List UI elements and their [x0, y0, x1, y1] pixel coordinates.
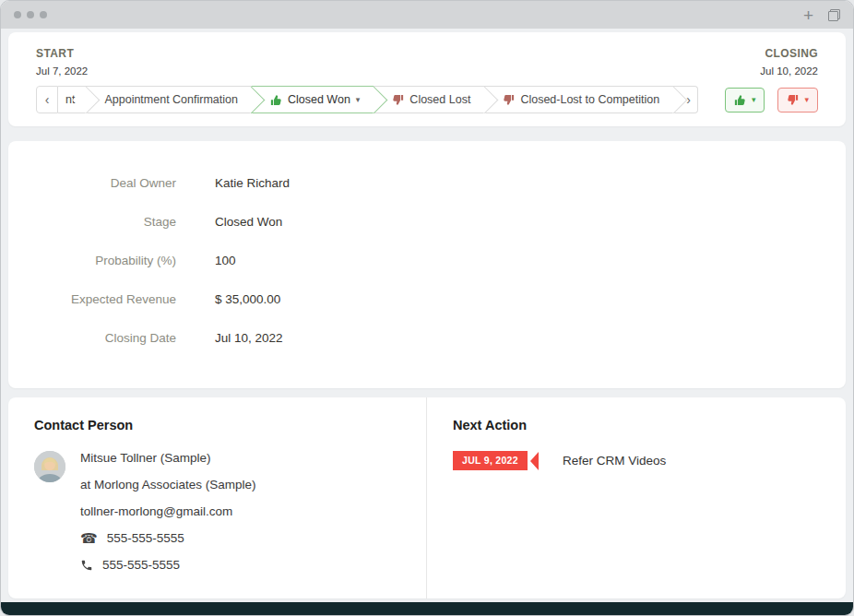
field-row-probability: Probability (%) 100: [36, 254, 818, 268]
window-dot-icon: [27, 11, 34, 18]
stage-item-closed-won[interactable]: Closed Won ▾: [252, 86, 374, 113]
field-label: Closing Date: [36, 331, 176, 346]
tabs-icon[interactable]: [828, 9, 840, 21]
stage-item-closed-lost[interactable]: Closed Lost: [374, 86, 484, 113]
closing-block: CLOSING Jul 10, 2022: [760, 47, 818, 77]
field-label: Stage: [36, 215, 176, 230]
thumb-down-icon: [787, 94, 799, 106]
contact-person-section: Contact Person Mitsue Tollner (Sample): [8, 397, 427, 598]
field-row-closing-date: Closing Date Jul 10, 2022: [36, 331, 818, 346]
chevron-down-icon: ▾: [804, 96, 809, 104]
chevron-left-icon: ‹: [45, 92, 50, 107]
window-dot-icon: [40, 11, 47, 18]
contact-company: at Morlong Associates (Sample): [80, 478, 256, 492]
contact-mobile-row: 555-555-5555: [80, 558, 256, 572]
contact-person-title: Contact Person: [34, 418, 400, 432]
window-titlebar: +: [1, 1, 853, 29]
telephone-icon: ☎: [80, 531, 98, 545]
stage-item-closed-lost-to-competition[interactable]: Closed-Lost to Competition: [484, 86, 673, 113]
footer-bar: [1, 602, 853, 615]
next-action-label[interactable]: Refer CRM Videos: [563, 454, 666, 468]
mark-lost-button[interactable]: ▾: [777, 88, 818, 113]
phone-handset-icon: [80, 559, 93, 572]
thumb-down-icon: [503, 94, 515, 106]
closing-label: CLOSING: [760, 47, 818, 60]
contact-mobile[interactable]: 555-555-5555: [102, 558, 180, 572]
ribbon-fold-icon: [530, 452, 539, 470]
stage-label: Closed Won: [288, 93, 350, 106]
field-value: $ 35,000.00: [215, 292, 280, 307]
chevron-down-icon: ▾: [752, 96, 756, 104]
stage-label: nt: [65, 93, 75, 106]
stage-scroll-left-button[interactable]: ‹: [36, 86, 58, 113]
start-label: START: [36, 47, 88, 60]
thumb-down-icon: [392, 94, 404, 106]
chevron-down-icon[interactable]: ▾: [356, 96, 361, 104]
field-label: Deal Owner: [36, 176, 176, 191]
field-value: 100: [215, 254, 236, 268]
window-actions: +: [803, 6, 840, 24]
deal-stage-card: START Jul 7, 2022 CLOSING Jul 10, 2022 ‹…: [8, 32, 846, 126]
window-dot-icon: [14, 11, 21, 18]
stage-strip: ‹ nt Appointment Confirmation Closed Won…: [36, 86, 705, 113]
start-block: START Jul 7, 2022: [36, 47, 88, 77]
field-label: Expected Revenue: [36, 292, 176, 307]
main-content: START Jul 7, 2022 CLOSING Jul 10, 2022 ‹…: [1, 29, 853, 598]
stage-label: Appointment Confirmation: [104, 93, 238, 106]
stage-label: Closed-Lost to Competition: [520, 93, 659, 106]
window-controls: [14, 11, 47, 18]
stage-item-appointment-confirmation[interactable]: Appointment Confirmation: [86, 86, 252, 113]
closing-date: Jul 10, 2022: [760, 65, 818, 77]
field-row-stage: Stage Closed Won: [36, 215, 818, 230]
next-action-title: Next Action: [453, 418, 820, 432]
contact-email[interactable]: tollner-morlong@gmail.com: [80, 504, 256, 518]
field-value: Katie Richard: [215, 176, 290, 191]
stage-row: ‹ nt Appointment Confirmation Closed Won…: [36, 86, 818, 113]
stage-label: Closed Lost: [409, 93, 470, 106]
field-value: Closed Won: [215, 215, 282, 230]
thumb-up-icon: [734, 94, 746, 106]
won-lost-buttons: ▾ ▾: [725, 88, 818, 113]
contact-phone-row: ☎ 555-555-5555: [80, 531, 256, 545]
next-action-date-badge: JUL 9, 2022: [453, 451, 528, 470]
contact-phone[interactable]: 555-555-5555: [107, 531, 184, 545]
contact-name[interactable]: Mitsue Tollner (Sample): [80, 451, 256, 465]
thumb-up-icon: [270, 94, 282, 106]
app-window: + START Jul 7, 2022 CLOSING Jul 10, 2022: [0, 0, 854, 616]
field-row-expected-revenue: Expected Revenue $ 35,000.00: [36, 292, 818, 307]
field-value: Jul 10, 2022: [215, 331, 283, 346]
stage-dates-row: START Jul 7, 2022 CLOSING Jul 10, 2022: [36, 47, 818, 77]
next-action-section: Next Action JUL 9, 2022 Refer CRM Videos: [427, 397, 846, 598]
field-label: Probability (%): [36, 254, 176, 268]
start-date: Jul 7, 2022: [36, 65, 88, 77]
deal-details-card: Deal Owner Katie Richard Stage Closed Wo…: [8, 141, 846, 388]
mark-won-button[interactable]: ▾: [725, 88, 765, 113]
stage-item-truncated[interactable]: nt: [58, 86, 86, 113]
contact-avatar: [34, 451, 65, 482]
field-row-deal-owner: Deal Owner Katie Richard: [36, 176, 818, 191]
related-info-card: Contact Person Mitsue Tollner (Sample): [8, 397, 846, 598]
new-tab-icon[interactable]: +: [803, 6, 813, 24]
